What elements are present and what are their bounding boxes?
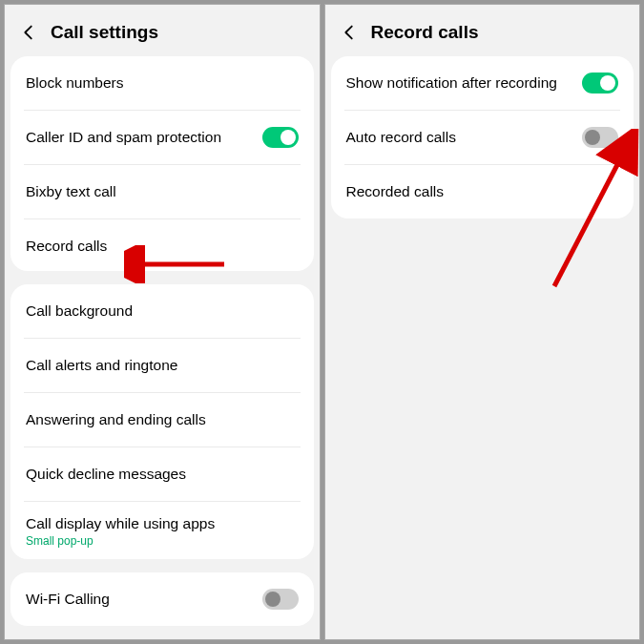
row-quick-decline[interactable]: Quick decline messages bbox=[10, 447, 314, 501]
settings-group-2: Call background Call alerts and ringtone… bbox=[10, 284, 314, 559]
row-label: Record calls bbox=[26, 238, 107, 255]
row-label: Show notification after recording bbox=[346, 74, 557, 92]
settings-group-3: Wi-Fi Calling bbox=[10, 572, 314, 626]
row-label: Call display while using apps bbox=[26, 515, 215, 532]
chevron-left-icon bbox=[18, 22, 39, 43]
row-auto-record[interactable]: Auto record calls bbox=[331, 111, 634, 164]
row-caller-id[interactable]: Caller ID and spam protection bbox=[10, 111, 314, 164]
toggle-auto-record[interactable] bbox=[582, 127, 618, 148]
toggle-wifi-calling[interactable] bbox=[262, 589, 299, 610]
page-title: Record calls bbox=[371, 22, 479, 43]
row-call-alerts[interactable]: Call alerts and ringtone bbox=[10, 339, 314, 392]
page-title: Call settings bbox=[51, 22, 158, 43]
row-label: Call alerts and ringtone bbox=[26, 357, 177, 374]
row-label: Answering and ending calls bbox=[26, 411, 206, 428]
row-label: Wi-Fi Calling bbox=[26, 591, 110, 608]
record-calls-screen: Record calls Show notification after rec… bbox=[324, 4, 641, 640]
row-wifi-calling[interactable]: Wi-Fi Calling bbox=[10, 572, 314, 626]
chevron-left-icon bbox=[339, 22, 360, 43]
row-label: Auto record calls bbox=[346, 129, 456, 146]
row-label: Call background bbox=[26, 302, 133, 320]
row-call-background[interactable]: Call background bbox=[10, 284, 314, 338]
toggle-caller-id[interactable] bbox=[262, 127, 299, 148]
row-sublabel: Small pop-up bbox=[26, 534, 93, 548]
row-answering-ending[interactable]: Answering and ending calls bbox=[10, 393, 314, 447]
row-label: Quick decline messages bbox=[26, 466, 186, 483]
row-bixby-text-call[interactable]: Bixby text call bbox=[10, 165, 314, 218]
back-button[interactable] bbox=[18, 22, 39, 43]
back-button[interactable] bbox=[339, 22, 360, 43]
row-label: Recorded calls bbox=[346, 183, 445, 200]
row-call-display[interactable]: Call display while using apps Small pop-… bbox=[10, 502, 314, 559]
record-calls-group: Show notification after recording Auto r… bbox=[331, 56, 634, 218]
call-settings-screen: Call settings Block numbers Caller ID an… bbox=[4, 4, 321, 640]
header: Call settings bbox=[5, 5, 320, 56]
header: Record calls bbox=[325, 5, 640, 56]
row-show-notification[interactable]: Show notification after recording bbox=[331, 56, 634, 110]
row-label: Caller ID and spam protection bbox=[26, 129, 221, 146]
toggle-show-notification[interactable] bbox=[582, 73, 618, 93]
row-block-numbers[interactable]: Block numbers bbox=[10, 56, 314, 110]
settings-group-1: Block numbers Caller ID and spam protect… bbox=[10, 56, 314, 271]
row-record-calls[interactable]: Record calls bbox=[10, 219, 314, 271]
row-label: Bixby text call bbox=[26, 183, 116, 200]
row-label: Block numbers bbox=[26, 74, 124, 92]
row-recorded-calls[interactable]: Recorded calls bbox=[331, 165, 634, 218]
